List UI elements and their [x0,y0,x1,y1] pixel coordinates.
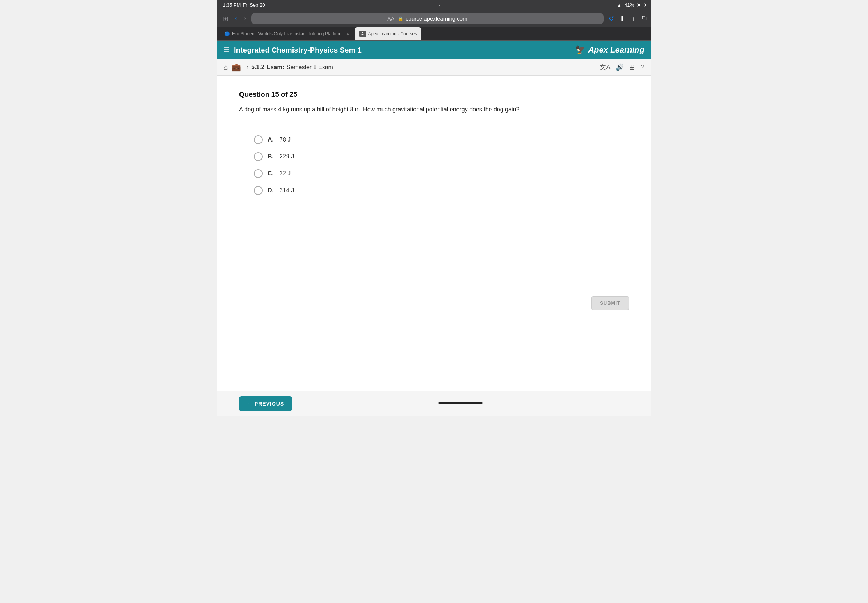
apex-logo: 🦅 Apex Learning [575,45,644,55]
browser-actions: ⬆ ＋ ⧉ [619,14,647,23]
answer-value-a: 78 J [280,136,291,143]
translate-icon[interactable]: 文A [599,63,611,72]
time: 1:35 PM [223,2,241,8]
share-button[interactable]: ⬆ [619,14,625,23]
status-right: ▲ 41% [617,2,645,8]
answer-option-c[interactable]: C. 32 J [254,169,629,178]
radio-a[interactable] [254,135,263,144]
radio-d[interactable] [254,186,263,195]
answer-option-b[interactable]: B. 229 J [254,152,629,161]
exam-title: Semester 1 Exam [286,64,333,71]
answer-option-d[interactable]: D. 314 J [254,186,629,195]
url-text: course.apexlearning.com [406,15,467,22]
answer-letter-b: B. [268,153,274,160]
dots: ··· [439,2,443,8]
answer-value-b: 229 J [280,153,294,160]
home-icon[interactable]: ⌂ [224,63,228,72]
home-bar [438,402,483,404]
filo-favicon: 🔵 [224,31,230,36]
battery-fill [638,4,641,6]
divider [239,125,629,125]
submit-area: SUBMIT [217,289,651,317]
menu-icon[interactable]: ☰ [224,46,229,54]
answer-letter-c: C. [268,170,274,177]
tabs-button[interactable]: ⧉ [642,14,647,23]
status-left: 1:35 PM Fri Sep 20 [223,2,265,8]
footer-nav: ← PREVIOUS [217,391,651,416]
content-nav-title: ↑ 5.1.2 Exam: Semester 1 Exam [246,64,594,71]
content-nav-right: 文A 🔊 🖨 ? [599,63,644,72]
reload-button[interactable]: ↺ [607,13,616,24]
app-header: ☰ Integrated Chemistry-Physics Sem 1 🦅 A… [217,41,651,59]
battery-bar [637,3,645,7]
battery-pct: 41% [625,2,634,8]
exam-code: 5.1.2 [251,64,265,71]
app-header-left: ☰ Integrated Chemistry-Physics Sem 1 [224,46,362,54]
exam-label: Exam: [267,64,284,71]
answer-letter-a: A. [268,136,274,143]
answer-value-c: 32 J [280,170,291,177]
help-icon[interactable]: ? [641,63,644,71]
back-button[interactable]: ‹ [234,13,239,24]
print-icon[interactable]: 🖨 [629,63,636,71]
content-nav: ⌂ 💼 ↑ 5.1.2 Exam: Semester 1 Exam 文A 🔊 🖨… [217,59,651,76]
question-header: Question 15 of 25 [239,90,629,99]
answer-options: A. 78 J B. 229 J C. 32 J D. 314 J [254,135,629,195]
audio-icon[interactable]: 🔊 [616,63,624,71]
forward-button[interactable]: › [242,13,248,24]
tab-apex[interactable]: A Apex Learning - Courses [355,27,421,40]
apex-favicon: A [359,31,366,37]
bottom-spacer [217,317,651,391]
answer-option-a[interactable]: A. 78 J [254,135,629,144]
tab-bar: 🔵 Filo Student: World's Only Live Instan… [217,27,651,41]
browser-chrome: ⊞ ‹ › AA 🔒 course.apexlearning.com ↺ ⬆ ＋… [217,10,651,27]
apex-logo-icon: 🦅 [575,45,585,55]
status-bar: 1:35 PM Fri Sep 20 ··· ▲ 41% [217,0,651,10]
question-text: A dog of mass 4 kg runs up a hill of hei… [239,105,629,114]
sidebar-toggle-button[interactable]: ⊞ [221,13,230,24]
tab-filo-close[interactable]: ✕ [345,31,351,36]
answer-letter-d: D. [268,187,274,194]
tab-apex-label: Apex Learning - Courses [368,31,417,36]
tab-filo[interactable]: 🔵 Filo Student: World's Only Live Instan… [220,28,355,40]
portfolio-icon[interactable]: 💼 [232,63,241,72]
course-title: Integrated Chemistry-Physics Sem 1 [234,46,362,54]
new-tab-button[interactable]: ＋ [630,14,637,23]
tab-filo-label: Filo Student: World's Only Live Instant … [232,31,342,36]
answer-value-d: 314 J [280,187,294,194]
radio-c[interactable] [254,169,263,178]
wifi-icon: ▲ [617,2,622,8]
main-content: Question 15 of 25 A dog of mass 4 kg run… [217,76,651,289]
status-center: ··· [439,2,443,8]
submit-button[interactable]: SUBMIT [591,296,629,310]
up-arrow-icon: ↑ [246,64,249,71]
battery-indicator [637,3,645,7]
content-nav-left: ⌂ 💼 [224,63,241,72]
date: Fri Sep 20 [243,2,265,8]
home-indicator [292,402,629,405]
aa-label[interactable]: AA [387,16,394,22]
apex-logo-text: Apex Learning [588,45,644,55]
address-bar[interactable]: AA 🔒 course.apexlearning.com [251,13,603,24]
radio-b[interactable] [254,152,263,161]
previous-button[interactable]: ← PREVIOUS [239,396,292,411]
lock-icon: 🔒 [398,16,404,21]
